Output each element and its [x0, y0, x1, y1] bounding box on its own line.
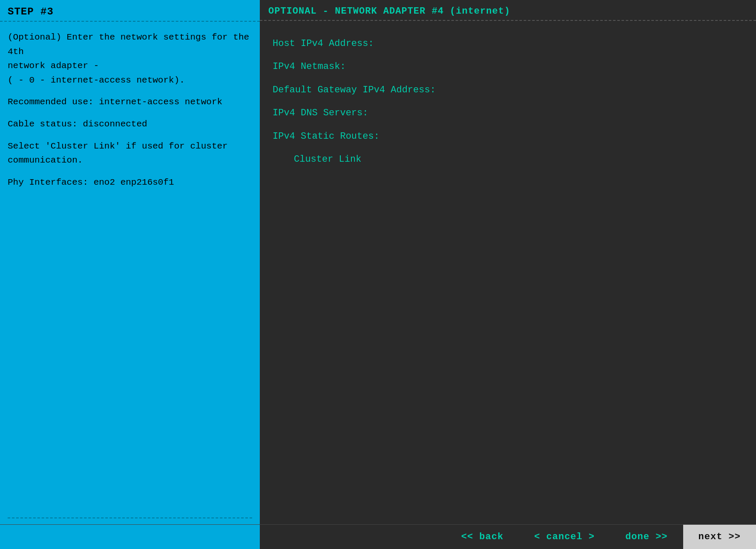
back-button[interactable]: << back: [446, 525, 519, 549]
bottom-toolbar: << back < cancel > done >> next >>: [0, 524, 756, 549]
toolbar-left-spacer: [0, 525, 260, 549]
description: (Optional) Enter the network settings fo…: [8, 30, 252, 87]
left-bottom-divider: [8, 518, 252, 518]
done-button[interactable]: done >>: [610, 525, 683, 549]
toolbar-right: << back < cancel > done >> next >>: [260, 525, 756, 549]
field-label-static-routes: IPv4 Static Routes:: [273, 126, 422, 147]
left-header: STEP #3: [0, 0, 260, 22]
field-row-cluster-link[interactable]: Cluster Link: [294, 149, 743, 170]
field-label-cluster-link: Cluster Link: [294, 149, 443, 170]
phy-interfaces: Phy Interfaces: eno2 enp216s0f1: [8, 175, 252, 190]
field-row-gateway[interactable]: Default Gateway IPv4 Address:: [273, 80, 743, 100]
field-row-host-ipv4[interactable]: Host IPv4 Address:: [273, 34, 743, 54]
field-label-gateway: Default Gateway IPv4 Address:: [273, 80, 436, 100]
main-layout: STEP #3 (Optional) Enter the network set…: [0, 0, 756, 524]
next-button[interactable]: next >>: [683, 525, 756, 549]
cluster-note: Select 'Cluster Link' if used for cluste…: [8, 139, 252, 168]
field-label-host-ipv4: Host IPv4 Address:: [273, 34, 422, 54]
field-label-dns: IPv4 DNS Servers:: [273, 103, 422, 123]
cable-status: Cable status: disconnected: [8, 117, 252, 132]
field-row-static-routes[interactable]: IPv4 Static Routes:: [273, 126, 743, 147]
right-header: OPTIONAL - NETWORK ADAPTER #4 (internet): [260, 0, 756, 21]
left-content: (Optional) Enter the network settings fo…: [0, 22, 260, 518]
right-title: OPTIONAL - NETWORK ADAPTER #4 (internet): [268, 6, 747, 17]
cancel-button[interactable]: < cancel >: [519, 525, 610, 549]
recommended-use: Recommended use: internet-access network: [8, 95, 252, 109]
right-panel: OPTIONAL - NETWORK ADAPTER #4 (internet)…: [260, 0, 756, 524]
left-panel: STEP #3 (Optional) Enter the network set…: [0, 0, 260, 524]
right-content: Host IPv4 Address: IPv4 Netmask: Default…: [260, 21, 756, 524]
field-row-dns[interactable]: IPv4 DNS Servers:: [273, 103, 743, 123]
field-label-netmask: IPv4 Netmask:: [273, 57, 422, 77]
left-title: STEP #3: [8, 6, 252, 17]
field-row-netmask[interactable]: IPv4 Netmask:: [273, 57, 743, 77]
